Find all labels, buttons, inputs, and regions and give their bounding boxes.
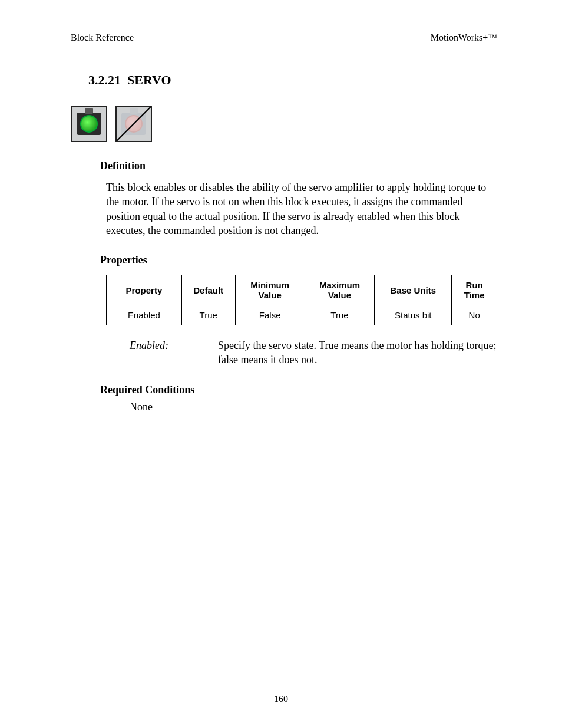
cell-max: True xyxy=(305,305,374,325)
page: Block Reference MotionWorks+™ 3.2.21 SER… xyxy=(0,0,562,413)
cell-min: False xyxy=(235,305,305,325)
desc-label-text: Enabled: xyxy=(130,340,168,351)
properties-table: Property Default Minimum Value Maximum V… xyxy=(106,275,497,325)
required-body: None xyxy=(130,401,497,413)
col-min: Minimum Value xyxy=(235,275,305,305)
cell-run: No xyxy=(452,305,497,325)
required-heading: Required Conditions xyxy=(100,384,497,396)
definition-heading: Definition xyxy=(100,160,497,172)
desc-label: Enabled: xyxy=(130,338,218,367)
col-default: Default xyxy=(181,275,235,305)
section-title: SERVO xyxy=(127,73,171,87)
col-run: Run Time xyxy=(452,275,497,305)
icon-row xyxy=(71,106,497,142)
table-header-row: Property Default Minimum Value Maximum V… xyxy=(107,275,497,305)
section-number: 3.2.21 xyxy=(88,73,121,87)
header-right: MotionWorks+™ xyxy=(431,32,497,43)
col-property: Property xyxy=(107,275,182,305)
page-number: 160 xyxy=(0,694,562,704)
cell-property: Enabled xyxy=(107,305,182,325)
table-row: Enabled True False True Status bit No xyxy=(107,305,497,325)
servo-disabled-icon xyxy=(115,106,152,142)
section-heading: 3.2.21 SERVO xyxy=(88,73,497,88)
desc-text: Specify the servo state. True means the … xyxy=(218,338,497,367)
property-description: Enabled: Specify the servo state. True m… xyxy=(130,338,497,367)
definition-body: This block enables or disables the abili… xyxy=(106,180,497,238)
servo-enabled-icon xyxy=(71,106,107,142)
header-left: Block Reference xyxy=(71,32,134,43)
properties-heading: Properties xyxy=(100,254,497,266)
page-header: Block Reference MotionWorks+™ xyxy=(71,32,497,43)
col-base: Base Units xyxy=(375,275,452,305)
cell-base: Status bit xyxy=(375,305,452,325)
cell-default: True xyxy=(181,305,235,325)
col-max: Maximum Value xyxy=(305,275,374,305)
